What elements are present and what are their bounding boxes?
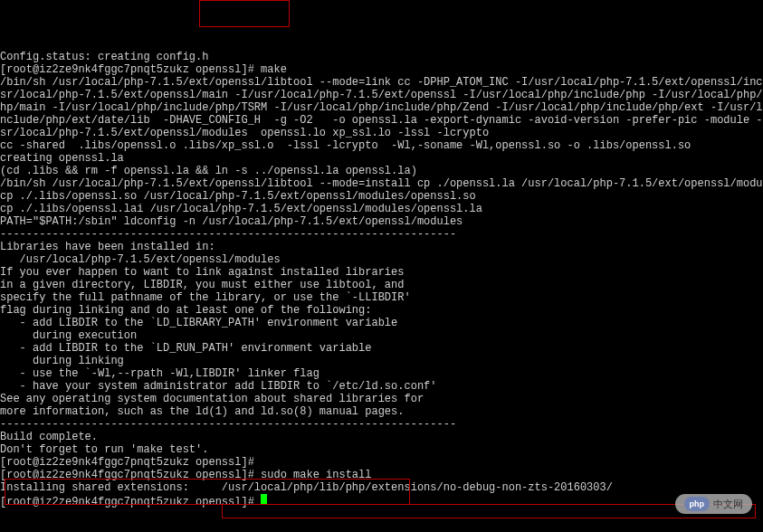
terminal-line: specify the full pathname of the library… [0, 291, 763, 304]
terminal-line: [root@iz2ze9nk4fggc7pnqt5zukz openssl]# [0, 456, 763, 469]
terminal-line: - use the `-Wl,--rpath -Wl,LIBDIR' linke… [0, 367, 763, 380]
terminal-line: - add LIBDIR to the `LD_RUN_PATH' enviro… [0, 342, 763, 355]
terminal-line: Don't forget to run 'make test'. [0, 443, 763, 456]
terminal-line: hp/main -I/usr/local/php/include/php/TSR… [0, 101, 763, 114]
terminal-line: /bin/sh /usr/local/php-7.1.5/ext/openssl… [0, 177, 763, 190]
terminal-line: creating openssl.la [0, 152, 763, 165]
terminal-line: Libraries have been installed in: [0, 241, 763, 253]
terminal-line: See any operating system documentation a… [0, 393, 763, 405]
terminal-line: during execution [0, 329, 763, 342]
terminal-line: nclude/php/ext/date/lib -DHAVE_CONFIG_H … [0, 114, 763, 127]
terminal-line: cp ./.libs/openssl.so /usr/local/php-7.1… [0, 190, 763, 203]
terminal-line: Installing shared extensions: /usr/local… [0, 481, 763, 494]
terminal-line: /usr/local/php-7.1.5/ext/openssl/modules [0, 253, 763, 266]
terminal-line: ----------------------------------------… [0, 418, 763, 431]
terminal-line: [root@iz2ze9nk4fggc7pnqt5zukz openssl]# [0, 494, 763, 508]
terminal-output[interactable]: Config.status: creating config.h[root@iz… [0, 51, 763, 508]
terminal-line: Build complete. [0, 431, 763, 443]
terminal-line: during linking [0, 355, 763, 367]
watermark-badge: php 中文网 [675, 494, 753, 514]
terminal-line: in a given directory, LIBDIR, you must e… [0, 279, 763, 291]
cursor-icon [261, 494, 267, 505]
terminal-line: /bin/sh /usr/local/php-7.1.5/ext/openssl… [0, 76, 763, 89]
terminal-line: more information, such as the ld(1) and … [0, 405, 763, 418]
terminal-line: If you ever happen to want to link again… [0, 266, 763, 279]
annotation-box-top [199, 0, 290, 27]
terminal-line: ----------------------------------------… [0, 228, 763, 241]
php-badge-icon: php [684, 497, 711, 511]
terminal-line: cp ./.libs/openssl.lai /usr/local/php-7.… [0, 203, 763, 215]
terminal-line: PATH="$PATH:/sbin" ldconfig -n /usr/loca… [0, 215, 763, 228]
watermark-text: 中文网 [713, 498, 743, 510]
terminal-line: - add LIBDIR to the `LD_LIBRARY_PATH' en… [0, 317, 763, 329]
terminal-line: [root@iz2ze9nk4fggc7pnqt5zukz openssl]# … [0, 63, 763, 76]
terminal-line: cc -shared .libs/openssl.o .libs/xp_ssl.… [0, 139, 763, 152]
terminal-line: Config.status: creating config.h [0, 51, 763, 63]
terminal-line: flag during linking and do at least one … [0, 304, 763, 317]
terminal-line: [root@iz2ze9nk4fggc7pnqt5zukz openssl]# … [0, 469, 763, 481]
terminal-line: (cd .libs && rm -f openssl.la && ln -s .… [0, 165, 763, 177]
terminal-line: sr/local/php-7.1.5/ext/openssl/modules o… [0, 127, 763, 139]
terminal-line: sr/local/php-7.1.5/ext/openssl/main -I/u… [0, 89, 763, 101]
terminal-line: - have your system administrator add LIB… [0, 380, 763, 393]
